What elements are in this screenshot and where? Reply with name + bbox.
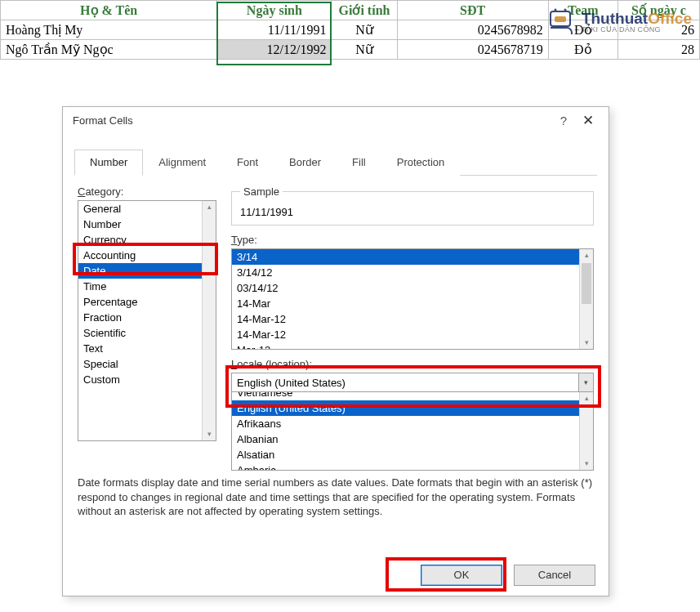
- tabs: Number Alignment Font Border Fill Protec…: [74, 149, 597, 176]
- category-listbox[interactable]: General Number Currency Accounting Date …: [78, 200, 216, 441]
- tab-border[interactable]: Border: [274, 150, 337, 176]
- table-row[interactable]: Ngô Trần Mỹ Ngọc 12/12/1992 Nữ 024567871…: [1, 40, 700, 60]
- dialog-title: Format Cells: [73, 114, 133, 127]
- list-item[interactable]: Accounting: [78, 248, 216, 263]
- close-icon[interactable]: ✕: [576, 112, 600, 129]
- sample-label: Sample: [240, 185, 283, 198]
- list-item[interactable]: Scientific: [78, 325, 216, 341]
- category-label: Category:: [78, 185, 216, 198]
- help-icon[interactable]: ?: [551, 114, 576, 127]
- tab-number[interactable]: Number: [74, 150, 143, 176]
- list-item[interactable]: Afrikaans: [232, 416, 593, 431]
- list-item[interactable]: Albanian: [232, 431, 593, 447]
- tab-protection[interactable]: Protection: [381, 150, 461, 176]
- tab-alignment[interactable]: Alignment: [143, 150, 221, 176]
- list-item[interactable]: Alsatian: [232, 447, 593, 462]
- list-item[interactable]: Amharic: [232, 462, 593, 471]
- list-item[interactable]: 14-Mar-12: [232, 327, 593, 342]
- spreadsheet[interactable]: Họ & Tên Ngày sinh Giới tính SĐT Team Số…: [0, 0, 700, 60]
- header-name[interactable]: Họ & Tên: [1, 1, 217, 20]
- locale-combo[interactable]: English (United States) ▾: [231, 373, 594, 392]
- header-days[interactable]: Số ngày c: [618, 1, 699, 20]
- tab-fill[interactable]: Fill: [337, 150, 381, 176]
- sample-value: 11/11/1991: [240, 206, 585, 218]
- list-item[interactable]: General: [78, 201, 216, 217]
- list-item[interactable]: 03/14/12: [232, 280, 593, 296]
- scrollbar[interactable]: [579, 249, 593, 349]
- list-item[interactable]: 3/14/12: [232, 265, 593, 280]
- locale-label: Locale (location):: [231, 358, 594, 370]
- header-sex[interactable]: Giới tính: [332, 1, 397, 20]
- list-item[interactable]: Special: [78, 356, 216, 372]
- type-listbox[interactable]: 3/14 3/14/12 03/14/12 14-Mar 14-Mar-12 1…: [231, 248, 594, 350]
- list-item[interactable]: Vietnamese: [232, 392, 593, 400]
- description-text: Date formats display date and time seria…: [63, 474, 609, 525]
- list-item-date[interactable]: Date: [78, 263, 216, 279]
- locale-selected: English (United States): [232, 377, 578, 389]
- cancel-button[interactable]: Cancel: [514, 565, 595, 586]
- format-cells-dialog: Format Cells ? ✕ Number Alignment Font B…: [62, 106, 609, 596]
- header-team[interactable]: Team: [548, 1, 618, 20]
- sample-group: Sample 11/11/1991: [231, 185, 594, 226]
- list-item[interactable]: Mar-12: [232, 342, 593, 350]
- list-item[interactable]: 3/14: [232, 249, 593, 265]
- list-item[interactable]: Custom: [78, 372, 216, 387]
- list-item[interactable]: English (United States): [232, 400, 593, 416]
- list-item[interactable]: Fraction: [78, 310, 216, 325]
- list-item[interactable]: Time: [78, 279, 216, 294]
- header-dob[interactable]: Ngày sinh: [217, 1, 332, 20]
- list-item[interactable]: Text: [78, 341, 216, 356]
- list-item[interactable]: 14-Mar: [232, 296, 593, 311]
- list-item[interactable]: 14-Mar-12: [232, 311, 593, 327]
- chevron-down-icon[interactable]: ▾: [578, 373, 593, 391]
- list-item[interactable]: Number: [78, 217, 216, 232]
- locale-dropdown-list[interactable]: Vietnamese English (United States) Afrik…: [231, 392, 594, 471]
- type-label: Type:: [231, 234, 594, 246]
- table-row[interactable]: Hoàng Thị My 11/11/1991 Nữ 0245678982 Đỏ…: [1, 20, 700, 40]
- scrollbar[interactable]: [579, 392, 593, 470]
- list-item[interactable]: Percentage: [78, 294, 216, 310]
- list-item[interactable]: Currency: [78, 232, 216, 248]
- tab-font[interactable]: Font: [221, 150, 274, 176]
- scrollbar[interactable]: [202, 201, 216, 440]
- header-phone[interactable]: SĐT: [397, 1, 548, 20]
- ok-button[interactable]: OK: [421, 565, 502, 586]
